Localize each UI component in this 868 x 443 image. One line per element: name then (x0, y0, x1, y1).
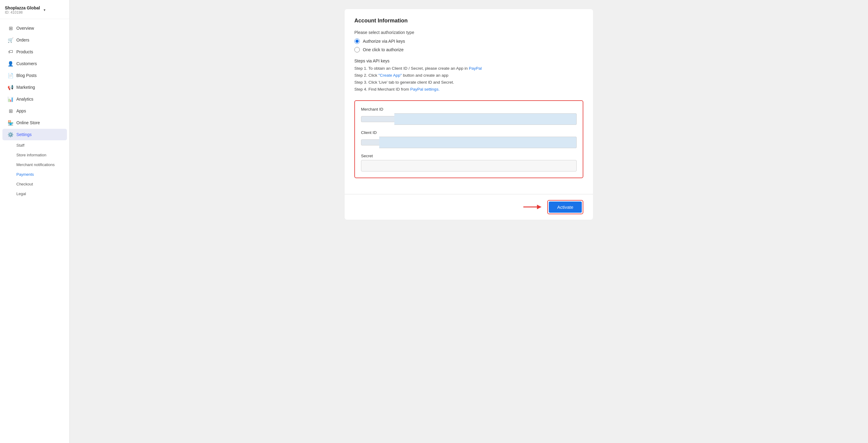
svg-marker-1 (537, 205, 541, 209)
dropdown-arrow-icon[interactable]: ▾ (43, 8, 45, 12)
sidebar-item-products[interactable]: 🏷 Products (2, 46, 67, 58)
person-icon: 👤 (8, 61, 13, 66)
steps-section: Steps via API keys Step 1. To obtain an … (354, 58, 583, 93)
steps-title: Steps via API keys (354, 58, 583, 63)
merchant-id-prefix (361, 116, 394, 122)
sidebar-item-analytics-label: Analytics (17, 97, 33, 101)
megaphone-icon: 📢 (8, 85, 13, 90)
paypal-link-1[interactable]: PayPal (469, 66, 482, 70)
sidebar-item-online-store[interactable]: 🏪 Online Store (2, 117, 67, 128)
sidebar-item-blog-posts[interactable]: 📄 Blog Posts (2, 70, 67, 81)
client-id-label: Client ID (361, 130, 577, 135)
store-name: Shoplazza Global (5, 5, 40, 10)
sidebar-item-orders-label: Orders (17, 37, 29, 42)
store-icon: 🏪 (8, 120, 13, 125)
sidebar-item-settings-label: Settings (17, 132, 32, 137)
client-id-field-group: Client ID (361, 130, 577, 148)
card-title: Account Information (354, 18, 583, 24)
card-body: Account Information Please select author… (345, 9, 593, 194)
radio-api-keys-input[interactable] (354, 38, 360, 44)
merchant-id-input-row (361, 113, 577, 125)
form-section: Merchant ID Client ID Secret (354, 100, 583, 178)
merchant-id-input[interactable] (394, 113, 577, 125)
main-content: Account Information Please select author… (70, 0, 868, 443)
sub-nav-item-merchant-notifications[interactable]: Merchant notifications (2, 160, 67, 169)
radio-api-keys[interactable]: Authorize via API keys (354, 38, 583, 44)
sidebar-item-apps[interactable]: ⊞ Apps (2, 105, 67, 117)
client-id-input-row (361, 137, 577, 148)
paypal-settings-link[interactable]: PayPal settings. (410, 87, 440, 91)
sidebar-item-marketing[interactable]: 📢 Marketing (2, 82, 67, 93)
secret-label: Secret (361, 154, 577, 158)
client-id-prefix (361, 139, 379, 145)
client-id-input[interactable] (379, 137, 577, 148)
step-3: Step 3. Click 'Live' tab to generate cli… (354, 79, 583, 86)
sidebar-item-online-store-label: Online Store (17, 120, 40, 125)
card-footer: Activate (345, 194, 593, 220)
sidebar-item-customers[interactable]: 👤 Customers (2, 58, 67, 69)
sub-nav-item-payments[interactable]: Payments (2, 170, 67, 179)
sidebar-item-orders[interactable]: 🛒 Orders (2, 34, 67, 46)
tag-icon: 🏷 (8, 49, 13, 55)
sidebar-item-apps-label: Apps (17, 109, 26, 113)
red-arrow-icon (523, 202, 541, 211)
merchant-id-field-group: Merchant ID (361, 107, 577, 125)
activate-button[interactable]: Activate (549, 202, 582, 213)
red-arrow-container (523, 202, 541, 211)
sidebar-item-customers-label: Customers (17, 61, 37, 66)
activate-button-wrapper: Activate (547, 200, 583, 214)
settings-sub-nav: Staff Store information Merchant notific… (0, 141, 69, 199)
bar-chart-icon: 📊 (8, 96, 13, 102)
sidebar-item-settings[interactable]: ⚙️ Settings (2, 129, 67, 140)
radio-api-keys-label: Authorize via API keys (363, 39, 405, 43)
sidebar-item-blog-posts-label: Blog Posts (17, 73, 37, 78)
radio-one-click[interactable]: One click to authorize (354, 47, 583, 52)
auth-radio-group: Authorize via API keys One click to auth… (354, 38, 583, 52)
secret-field-group: Secret (361, 154, 577, 172)
create-app-link[interactable]: "Create App" (379, 73, 402, 78)
sidebar-nav: ⊞ Overview 🛒 Orders 🏷 Products 👤 Custome… (0, 19, 69, 443)
sidebar-item-overview-label: Overview (17, 26, 34, 31)
grid-icon: ⊞ (8, 25, 13, 31)
document-icon: 📄 (8, 73, 13, 78)
sidebar-item-products-label: Products (17, 49, 33, 54)
sub-nav-item-checkout[interactable]: Checkout (2, 179, 67, 189)
step-2: Step 2. Click "Create App" button and cr… (354, 72, 583, 79)
merchant-id-label: Merchant ID (361, 107, 577, 112)
sidebar: Shoplazza Global ID: 410198 ▾ ⊞ Overview… (0, 0, 70, 443)
account-information-card: Account Information Please select author… (345, 9, 593, 220)
step-4: Step 4. Find Merchant ID from PayPal set… (354, 86, 583, 93)
radio-one-click-label: One click to authorize (363, 47, 404, 52)
radio-one-click-input[interactable] (354, 47, 360, 52)
sidebar-item-marketing-label: Marketing (17, 85, 35, 90)
sub-nav-item-legal[interactable]: Legal (2, 189, 67, 199)
sidebar-item-analytics[interactable]: 📊 Analytics (2, 93, 67, 105)
apps-icon: ⊞ (8, 108, 13, 114)
sidebar-item-overview[interactable]: ⊞ Overview (2, 23, 67, 34)
secret-input[interactable] (361, 160, 577, 172)
step-1: Step 1. To obtain an Client ID / Secret,… (354, 65, 583, 72)
store-id: ID: 410198 (5, 10, 40, 14)
sidebar-header[interactable]: Shoplazza Global ID: 410198 ▾ (0, 0, 69, 19)
sub-nav-item-staff[interactable]: Staff (2, 141, 67, 150)
cart-icon: 🛒 (8, 37, 13, 43)
auth-type-label: Please select authorization type (354, 30, 583, 35)
gear-icon: ⚙️ (8, 132, 13, 137)
sub-nav-item-store-information[interactable]: Store information (2, 150, 67, 160)
